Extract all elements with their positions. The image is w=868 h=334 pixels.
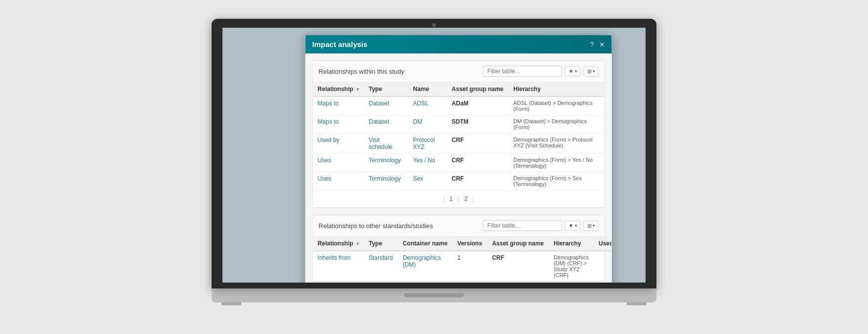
cell-relationship: Uses — [313, 172, 364, 191]
laptop-foot-right — [627, 302, 647, 305]
cell-name: ADSL — [408, 96, 447, 115]
close-icon[interactable]: ✕ — [599, 41, 605, 48]
cell-name: Yes / No — [408, 154, 447, 172]
dialog-header: Impact analysis ? ✕ — [305, 35, 612, 53]
section1-grid-button[interactable]: ⊞ ▾ — [584, 66, 599, 77]
page-1-btn[interactable]: 1 — [446, 194, 456, 203]
section2-filter-button[interactable]: ▼ ▾ — [565, 221, 581, 231]
grid-icon: ⊞ — [587, 68, 592, 75]
cell-relationship: Uses — [313, 154, 364, 172]
section-within-study: Relationships within this study ▼ ▾ ⊞ — [312, 60, 605, 208]
col-name: Name — [408, 82, 447, 96]
prev-page-separator: | — [443, 195, 444, 202]
cell-relationship: Maps to — [313, 96, 364, 115]
cell-relationship: Maps to — [313, 115, 364, 134]
laptop-camera — [432, 23, 436, 27]
grid-chevron: ▾ — [593, 69, 595, 74]
col-relationship[interactable]: Relationship ▾ — [313, 82, 364, 96]
cell2-asset-group: CRF — [487, 251, 549, 281]
cell-asset-group: CRF — [447, 172, 509, 191]
cell-name: Sex — [408, 172, 447, 191]
relationship-sort-icon: ▾ — [356, 87, 359, 92]
section2-filter-input[interactable] — [483, 220, 562, 231]
cell-type: Dataset — [364, 96, 408, 115]
next-page-separator: | — [473, 195, 474, 202]
col2-relationship[interactable]: Relationship ▾ — [313, 237, 364, 251]
cell2-container-name: Demographics (DM) — [398, 251, 453, 281]
funnel-icon: ▼ — [568, 68, 574, 74]
cell-type: Terminology — [364, 154, 408, 172]
col2-type: Type — [364, 237, 398, 251]
cell-name: Protocol XYZ — [408, 134, 447, 154]
grid-icon-2: ⊞ — [587, 223, 592, 229]
cell-asset-group: ADaM — [447, 96, 509, 115]
col2-hierarchy: Hierarchy — [549, 237, 594, 251]
table-row: Maps to Dataset ADSL ADaM ADSL (Dataset)… — [313, 96, 605, 115]
col-asset-group: Asset group name — [447, 82, 509, 96]
col2-container-name: Container name — [398, 237, 453, 251]
page-separator: | — [458, 195, 459, 202]
laptop-base-notch — [404, 293, 464, 297]
cell-hierarchy: ADSL (Dataset) > Demographics (Form) — [508, 96, 604, 115]
section-other-standards: Relationships to other standards/studies… — [312, 215, 605, 282]
cell-asset-group: SDTM — [447, 115, 509, 134]
cell-hierarchy: DM (Dataset) > Demographics (Form) — [508, 115, 604, 134]
cell2-used-by — [594, 251, 612, 281]
table-row: Inherits from Standard Demographics (DM)… — [313, 251, 612, 281]
cell-asset-group: CRF — [447, 134, 509, 154]
cell-hierarchy: Demographics (Form) > Sex (Terminology) — [508, 172, 604, 191]
cell-type: Terminology — [364, 172, 408, 191]
cell2-versions: 1 — [452, 251, 487, 281]
table-row: Uses Terminology Sex CRF Demographics (F… — [313, 172, 605, 191]
cell2-type: Standard — [364, 251, 398, 281]
dialog-body: Relationships within this study ▼ ▾ ⊞ — [305, 53, 612, 282]
table-row: Used by Visit schedule Protocol XYZ CRF … — [313, 134, 605, 154]
cell-hierarchy: Demographics (Form) > Protocol XYZ (Visi… — [508, 134, 604, 154]
section1-table: Relationship ▾ Type Name — [313, 82, 605, 190]
impact-analysis-dialog: Impact analysis ? ✕ Relationships within… — [305, 35, 612, 282]
dialog-header-icons: ? ✕ — [590, 41, 605, 48]
cell-type: Visit schedule — [364, 134, 408, 154]
help-icon[interactable]: ? — [590, 41, 594, 48]
section2-grid-button[interactable]: ⊞ ▾ — [584, 221, 599, 231]
cell2-relationship: Inherits from — [313, 251, 364, 281]
section2-title: Relationships to other standards/studies — [319, 222, 433, 230]
funnel-icon-2: ▼ — [568, 223, 574, 229]
laptop-foot-left — [221, 302, 241, 305]
dialog-title: Impact analysis — [312, 40, 368, 48]
section1-filter-input[interactable] — [483, 66, 562, 77]
section2-header: Relationships to other standards/studies… — [313, 215, 605, 237]
col2-used-by: Used by — [594, 237, 612, 251]
cell-name: DM — [408, 115, 447, 134]
section2-table-header-row: Relationship ▾ Type Container name — [313, 237, 612, 251]
grid-chevron-2: ▾ — [593, 223, 595, 228]
col2-asset-group: Asset group name — [487, 237, 549, 251]
filter-chevron: ▾ — [575, 69, 577, 74]
filter-chevron-2: ▾ — [575, 223, 577, 228]
col2-versions: Versions — [452, 237, 487, 251]
cell-hierarchy: Demographics (Form) > Yes / No (Terminol… — [508, 154, 604, 172]
cell-asset-group: CRF — [447, 154, 509, 172]
col-hierarchy: Hierarchy — [508, 82, 604, 96]
table-row: Maps to Dataset DM SDTM DM (Dataset) > D… — [313, 115, 605, 134]
section1-controls: ▼ ▾ ⊞ ▾ — [483, 66, 599, 77]
section1-header: Relationships within this study ▼ ▾ ⊞ — [313, 61, 605, 82]
section1-table-header-row: Relationship ▾ Type Name — [313, 82, 605, 96]
cell2-hierarchy: Demographics (DM) (CRF) > Study XYZ (CRF… — [549, 251, 594, 281]
cell-type: Dataset — [364, 115, 408, 134]
col-type: Type — [364, 82, 408, 96]
cell-relationship: Used by — [313, 134, 364, 154]
section1-filter-button[interactable]: ▼ ▾ — [565, 66, 581, 76]
section2-table: Relationship ▾ Type Container name — [313, 237, 612, 281]
relationship2-sort-icon: ▾ — [356, 241, 359, 246]
table-row: Uses Terminology Yes / No CRF Demographi… — [313, 154, 605, 172]
section1-pagination: | 1 | 2 | — [313, 190, 605, 207]
section2-controls: ▼ ▾ ⊞ ▾ — [483, 220, 599, 231]
section1-title: Relationships within this study — [319, 68, 404, 75]
page-2-btn[interactable]: 2 — [461, 194, 471, 203]
laptop-feet — [212, 302, 656, 305]
